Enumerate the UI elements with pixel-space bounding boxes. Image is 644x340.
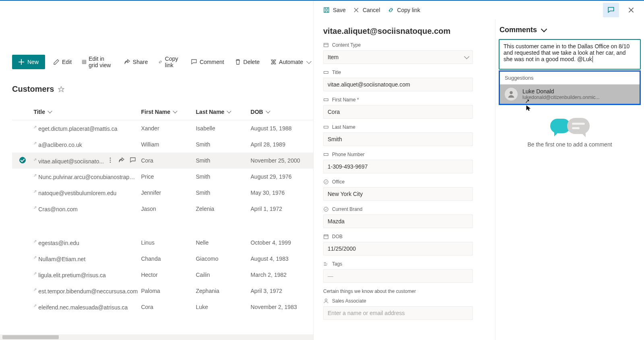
mention-suggestions-popup: Suggestions Luke Donald lukedonald@citiz… xyxy=(499,70,641,105)
comment-icon[interactable] xyxy=(130,157,136,163)
new-button[interactable]: New xyxy=(12,55,45,69)
brand-input[interactable]: Mazda xyxy=(323,214,473,228)
share-arrow-icon[interactable] xyxy=(118,157,125,163)
table-row[interactable]: ⇗egestas@in.eduLinusNelleOctober 4, 1999 xyxy=(12,235,313,251)
table-row[interactable]: ⇗est.tempor.bibendum@neccursusa.comPalom… xyxy=(12,283,313,299)
comment-draft-text: This customer came in to the Dallas Offi… xyxy=(504,43,630,62)
table-row[interactable]: ⇗a@aclibero.co.ukWilliamSmithApril 28, 1… xyxy=(12,136,313,152)
panel-copy-link-button[interactable]: Copy link xyxy=(388,7,421,13)
pencil-icon xyxy=(53,59,60,65)
copy-link-button[interactable]: Copy link xyxy=(156,53,183,71)
more-icon[interactable] xyxy=(107,157,114,163)
office-input[interactable]: New York City xyxy=(323,187,473,201)
row-last-name: Smith xyxy=(196,141,250,148)
first-name-label: First Name * xyxy=(332,97,359,103)
speech-bubbles-icon xyxy=(550,118,590,134)
brand-label: Current Brand xyxy=(332,206,362,212)
row-dob: October 4, 1999 xyxy=(251,239,313,246)
row-title: ⇗natoque@vestibulumlorem.edu xyxy=(33,189,141,196)
field-sales-associate: Sales Associate Enter a name or email ad… xyxy=(323,298,481,320)
tags-value: — xyxy=(328,273,333,279)
field-last-name: Last Name Smith xyxy=(323,124,481,146)
comment-button[interactable]: Comment xyxy=(188,56,227,68)
column-header-first-name[interactable]: First Name xyxy=(141,109,177,115)
first-name-input[interactable]: Cora xyxy=(323,105,473,119)
field-tags: Tags — xyxy=(323,261,481,283)
suggestions-label: Suggestions xyxy=(500,72,640,84)
row-first-name: Paloma xyxy=(141,288,196,294)
toggle-comments-button[interactable] xyxy=(603,3,619,17)
table-row[interactable]: ⇗natoque@vestibulumlorem.eduJenniferSmit… xyxy=(12,185,313,201)
suggestion-name: Luke Donald xyxy=(522,88,600,95)
column-header-title[interactable]: Title xyxy=(33,109,52,115)
column-header-dob[interactable]: DOB xyxy=(251,109,270,115)
row-title: ⇗est.tempor.bibendum@neccursusa.com xyxy=(33,287,141,295)
table-row[interactable]: ⇗eget.dictum.placerat@mattis.caXanderIsa… xyxy=(12,120,313,136)
grid-icon xyxy=(82,59,86,65)
comments-heading[interactable]: Comments xyxy=(499,24,641,39)
row-first-name: Cora xyxy=(141,304,196,310)
edit-in-grid-button[interactable]: Edit in grid view xyxy=(80,53,116,71)
field-office: Office New York City xyxy=(323,179,481,201)
comment-input[interactable]: This customer came in to the Dallas Offi… xyxy=(499,39,641,70)
text-caret xyxy=(592,56,593,62)
link-icon xyxy=(388,7,394,13)
delete-label: Delete xyxy=(244,59,260,65)
last-name-input[interactable]: Smith xyxy=(323,132,473,146)
table-row[interactable]: ⇗eleifend.nec.malesuada@atrisus.caCoraLu… xyxy=(12,299,313,315)
table-row[interactable]: ⇗vitae.aliquet@sociisnato...CoraSmithNov… xyxy=(12,152,313,169)
delete-button[interactable]: Delete xyxy=(232,56,262,68)
field-content-type: Content Type Item xyxy=(323,42,481,64)
horizontal-scrollbar[interactable] xyxy=(0,334,313,340)
office-label: Office xyxy=(332,179,345,185)
tags-label: Tags xyxy=(332,261,342,267)
tags-input[interactable]: — xyxy=(323,269,473,283)
content-type-select[interactable]: Item xyxy=(323,50,473,64)
row-last-name: Isabelle xyxy=(196,125,250,132)
edit-button[interactable]: Edit xyxy=(51,56,74,68)
tags-icon xyxy=(323,261,329,267)
office-value: New York City xyxy=(328,191,363,197)
row-dob: April 3, 1972 xyxy=(251,288,313,294)
share-button[interactable]: Share xyxy=(122,56,150,68)
row-title: ⇗Nunc.pulvinar.arcu@conubianostraper.edu xyxy=(33,173,141,180)
title-input[interactable]: vitae.aliquet@sociisnatoque.com xyxy=(323,78,473,91)
list-title-row: Customers xyxy=(12,84,64,94)
star-icon[interactable] xyxy=(58,86,64,93)
save-icon xyxy=(323,7,330,13)
save-button[interactable]: Save xyxy=(323,7,346,13)
last-name-value: Smith xyxy=(328,136,342,142)
plus-icon xyxy=(19,59,24,65)
brand-value: Mazda xyxy=(328,218,345,225)
row-first-name: Jason xyxy=(141,206,196,212)
row-select-checkbox[interactable] xyxy=(19,157,26,163)
row-dob: March 2, 1982 xyxy=(251,272,313,278)
dob-input[interactable]: 11/25/2000 xyxy=(323,242,473,256)
sales-assoc-input[interactable]: Enter a name or email address xyxy=(323,306,473,320)
panel-form[interactable]: vitae.aliquet@sociisnatoque.com Content … xyxy=(314,19,491,340)
svg-point-1 xyxy=(110,157,111,159)
grid-body[interactable]: ⇗eget.dictum.placerat@mattis.caXanderIsa… xyxy=(12,120,313,338)
table-row[interactable]: ⇗Cras@non.comJasonZeleniaApril 1, 1972 xyxy=(12,201,313,217)
column-header-last-name[interactable]: Last Name xyxy=(196,109,231,115)
suggestion-email: lukedonald@citizenbuilders.onmic... xyxy=(522,95,600,100)
row-title: ⇗eget.dictum.placerat@mattis.ca xyxy=(33,125,141,132)
share-label: Share xyxy=(133,59,148,65)
table-row[interactable]: ⇗Nunc.pulvinar.arcu@conubianostraper.edu… xyxy=(12,169,313,185)
cancel-button[interactable]: Cancel xyxy=(353,7,380,13)
field-title: Title vitae.aliquet@sociisnatoque.com xyxy=(323,70,481,91)
copy-link-label: Copy link xyxy=(165,56,180,68)
close-panel-button[interactable] xyxy=(623,3,639,17)
choice-icon xyxy=(323,179,329,185)
panel-title: vitae.aliquet@sociisnatoque.com xyxy=(323,27,481,36)
person-icon xyxy=(507,90,515,98)
content-type-value: Item xyxy=(328,54,339,60)
table-row[interactable]: ⇗Nullam@Etiam.netChandaGiacomoAugust 4, … xyxy=(12,251,313,267)
suggestion-item[interactable]: Luke Donald lukedonald@citizenbuilders.o… xyxy=(500,84,640,104)
automate-button[interactable]: Automate xyxy=(268,56,313,68)
comment-label: Comment xyxy=(200,59,224,65)
panel-copy-link-label: Copy link xyxy=(397,7,421,13)
phone-input[interactable]: 1-309-493-9697 xyxy=(323,160,473,173)
table-row[interactable]: ⇗ligula.elit.pretium@risus.caHectorCaili… xyxy=(12,267,313,283)
cancel-label: Cancel xyxy=(363,7,380,13)
